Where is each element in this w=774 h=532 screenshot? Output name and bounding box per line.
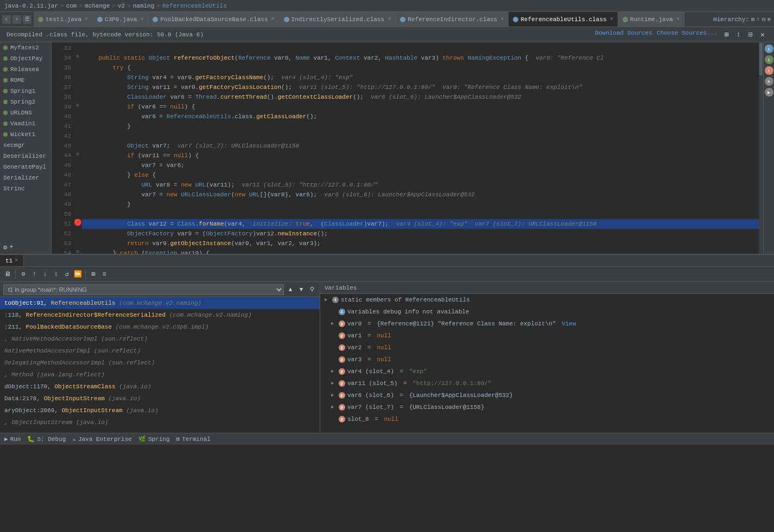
tab-runtime[interactable]: Runtime.java × xyxy=(618,12,684,27)
tab-menu-btn[interactable]: ☰ xyxy=(23,15,31,24)
stack-frame-8[interactable]: Data:2178, ObjectInputStream (java.io) xyxy=(0,393,320,405)
var4-expand[interactable]: ▶ xyxy=(331,367,337,376)
console-icon-scroll-up[interactable]: ↑ xyxy=(30,270,39,279)
stack-nav-up[interactable]: ▲ xyxy=(286,285,295,294)
notif-icon-3[interactable]: ⊟ xyxy=(746,30,756,40)
sidebar-dot-spring1 xyxy=(3,89,8,93)
tab-referenceableutils[interactable]: ReferenceableUtils.class × xyxy=(509,12,618,27)
breadcrumb-item-naming[interactable]: naming xyxy=(133,3,155,9)
tab-scroll-right-btn[interactable]: › xyxy=(12,15,21,24)
sidebar-item-secmgr[interactable]: secmgr xyxy=(0,140,51,151)
download-sources-link[interactable]: Download Sources xyxy=(595,30,652,40)
console-icon-grid[interactable]: ⊞ xyxy=(89,270,98,279)
status-java-enterprise[interactable]: ☕ Java Enterprise xyxy=(72,435,132,443)
static-expand-arrow[interactable]: ▶ xyxy=(325,295,330,305)
var3-value: null xyxy=(377,355,391,364)
tab-close-runtime[interactable]: × xyxy=(676,16,680,22)
sidebar-item-strinc[interactable]: Strinc xyxy=(0,183,51,194)
tab-scroll-left-btn[interactable]: ‹ xyxy=(2,15,11,24)
stack-frame-4[interactable]: NativeMethodAccessorImpl (sun.reflect) xyxy=(0,345,320,357)
hierarchy-btn-4[interactable]: ⊕ xyxy=(767,16,771,23)
status-debug[interactable]: 🐛 S: Debug xyxy=(27,435,66,443)
sidebar-item-myfaces[interactable]: Myfaces2 xyxy=(0,42,51,53)
stack-frame-7[interactable]: dObject:1170, ObjectStreamClass (java.io… xyxy=(0,381,320,393)
thread-dropdown[interactable]: t1 in group *main*: RUNNING xyxy=(3,284,284,295)
sidebar-item-serializer[interactable]: Serializer xyxy=(0,172,51,183)
console-icon-scroll-down[interactable]: ↓ xyxy=(41,270,49,279)
hierarchy-btn-1[interactable]: ⊞ xyxy=(751,16,754,23)
sidebar-item-spring1[interactable]: Spring1 xyxy=(0,86,51,97)
status-spring[interactable]: 🌿 Spring xyxy=(138,435,170,443)
var0-view-link[interactable]: View xyxy=(558,319,576,329)
sidebar-item-deserializer[interactable]: Deserializer xyxy=(0,151,51,162)
console-icon-list[interactable]: ≡ xyxy=(100,270,109,279)
stack-frame-0[interactable]: toObject:91, ReferenceableUtils (com.mch… xyxy=(0,297,320,309)
tab-test1-java[interactable]: test1.java × xyxy=(34,12,93,27)
tab-poolbacked[interactable]: PoolBackedDataSourceBase.class × xyxy=(148,12,279,27)
stack-frame-6[interactable]: , Method (java.lang.reflect) xyxy=(0,369,320,381)
console-tab-close[interactable]: × xyxy=(15,258,18,264)
right-panel-icon-2[interactable]: i xyxy=(765,55,773,64)
sidebar-item-spring2[interactable]: Spring2 xyxy=(0,97,51,107)
tab-close-indirectly[interactable]: × xyxy=(388,16,391,22)
console-icon-clear[interactable]: ⊘ xyxy=(19,270,28,279)
var7-expand[interactable]: ▶ xyxy=(331,402,337,412)
sidebar-item-urldns[interactable]: URLDNS xyxy=(0,107,51,118)
right-panel-icon-4[interactable]: ⊕ xyxy=(765,77,773,86)
right-panel-icon-5[interactable]: ▶ xyxy=(765,88,773,97)
hierarchy-btn-3[interactable]: ⊟ xyxy=(762,16,765,23)
sidebar-item-objectpay[interactable]: ObjectPay xyxy=(0,53,51,64)
sidebar-item-generatepayl[interactable]: GeneratePayl xyxy=(0,162,51,172)
var6-expand[interactable]: ▶ xyxy=(331,390,337,400)
stack-frame-1[interactable]: :118, ReferenceIndirector$ReferenceSeria… xyxy=(0,309,320,321)
stack-nav-down[interactable]: ▼ xyxy=(297,285,306,294)
breadcrumb-sep-5: > xyxy=(156,3,160,9)
console-icon-pin[interactable]: ↕ xyxy=(52,270,60,279)
tab-close-refutils[interactable]: × xyxy=(610,16,613,22)
tab-c3p0-java[interactable]: C3P0.java × xyxy=(93,12,148,27)
stack-frame-9[interactable]: aryObject:2069, ObjectInputStream (java.… xyxy=(0,405,320,416)
status-run[interactable]: ▶ Run xyxy=(4,435,21,443)
breadcrumb-item-com[interactable]: com xyxy=(66,3,77,9)
breadcrumb-item-mchange[interactable]: mchange xyxy=(85,3,110,9)
tab-close-c3p0[interactable]: × xyxy=(140,16,143,22)
stack-frame-3[interactable]: , NativeMethodAccessorImpl (sun.reflect) xyxy=(0,333,320,345)
sidebar-item-vaadin1[interactable]: Vaadin1 xyxy=(0,118,51,129)
status-terminal[interactable]: ⊞ Terminal xyxy=(176,435,211,443)
sidebar-item-wicket1[interactable]: Wicket1 xyxy=(0,129,51,140)
breadcrumb-item-jar[interactable]: java-0.2.11.jar xyxy=(4,3,58,9)
tab-close-test1[interactable]: × xyxy=(85,16,88,22)
tab-referenceindirector[interactable]: ReferenceIndirector.class × xyxy=(396,12,509,27)
sidebar-item-rome[interactable]: ROME xyxy=(0,75,51,86)
editor-scrollbar[interactable] xyxy=(759,42,763,254)
stack-frame-2[interactable]: :211, PoolBackedDataSourceBase (com.mcha… xyxy=(0,321,320,333)
notif-icon-1[interactable]: ⊞ xyxy=(722,30,732,40)
var0-expand[interactable]: ▶ xyxy=(331,319,337,329)
choose-sources-link[interactable]: Choose Sources... xyxy=(657,30,718,40)
console-icon-refresh[interactable]: ↺ xyxy=(62,270,71,279)
console-icon-monitor[interactable]: 🖥 xyxy=(3,270,12,279)
stack-nav-filter[interactable]: ⚲ xyxy=(308,285,316,294)
breadcrumb-item-class[interactable]: ReferenceableUtils xyxy=(162,3,227,9)
right-panel-icon-1[interactable]: i xyxy=(765,44,773,53)
sidebar-item-releasea[interactable]: Releasea xyxy=(0,64,51,75)
stack-frame-10[interactable]: , ObjectInputStream (java.io) xyxy=(0,416,320,428)
notif-icon-2[interactable]: ↕ xyxy=(734,30,744,40)
var11-expand[interactable]: ▶ xyxy=(331,379,337,388)
sidebar-icon-add[interactable]: + xyxy=(9,243,13,252)
console-tab-t1[interactable]: t1 × xyxy=(0,255,24,266)
breadcrumb-item-v2[interactable]: v2 xyxy=(118,3,125,9)
sidebar-dot-spring2 xyxy=(3,100,8,104)
hierarchy-btn-2[interactable]: ↕ xyxy=(757,16,760,22)
right-panel-icon-3[interactable]: i xyxy=(765,66,773,75)
tab-indirectly[interactable]: IndirectlySerialized.class × xyxy=(280,12,396,27)
tab-close-refindirector[interactable]: × xyxy=(500,16,504,22)
notif-icon-4[interactable]: ✕ xyxy=(758,30,767,40)
var4-name: var4 (slot_4) xyxy=(347,367,394,376)
editor-scrollbar-thumb[interactable] xyxy=(759,43,763,75)
console-icon-skip[interactable]: ⏩ xyxy=(73,270,82,279)
tab-close-poolbacked[interactable]: × xyxy=(271,16,275,22)
sidebar-icon-settings[interactable]: ⚙ xyxy=(3,243,7,252)
code-lines[interactable]: public static Object referenceToObject(R… xyxy=(82,42,759,254)
stack-frame-5[interactable]: DelegatingMethodAccessorImpl (sun.reflec… xyxy=(0,357,320,369)
